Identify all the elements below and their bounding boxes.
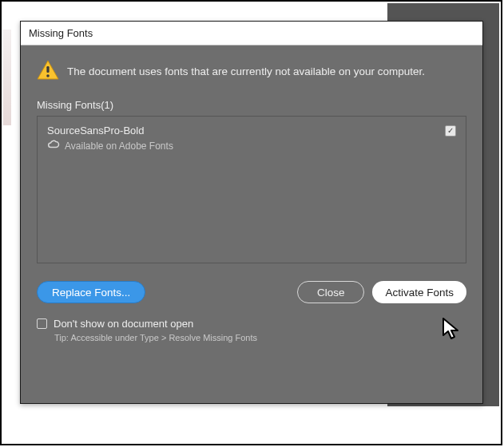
dialog-content: The document uses fonts that are current… [21,45,482,357]
font-checkbox[interactable]: ✓ [445,125,456,136]
svg-point-1 [46,74,50,77]
warning-row: The document uses fonts that are current… [37,60,466,83]
warning-icon [37,60,59,83]
font-name: SourceSansPro-Bold [47,125,144,136]
font-availability-text: Available on Adobe Fonts [65,140,173,152]
font-availability-row: Available on Adobe Fonts [47,140,456,152]
app-background: Missing Fonts The document uses fonts th… [0,0,502,445]
bg-document-edge [3,30,11,125]
creative-cloud-icon [47,140,60,152]
missing-fonts-list: SourceSansPro-Bold ✓ Available on Adobe … [37,116,466,263]
svg-rect-0 [46,66,49,73]
missing-fonts-dialog: Missing Fonts The document uses fonts th… [20,21,483,404]
replace-fonts-button[interactable]: Replace Fonts... [37,281,145,303]
missing-fonts-label: Missing Fonts(1) [37,99,466,111]
dialog-title: Missing Fonts [29,27,93,39]
dialog-titlebar: Missing Fonts [21,22,482,45]
tip-text: Tip: Accessible under Type > Resolve Mis… [54,333,466,342]
font-name-row: SourceSansPro-Bold ✓ [47,125,456,136]
warning-text: The document uses fonts that are current… [67,65,425,77]
font-entry: SourceSansPro-Bold ✓ Available on Adobe … [47,125,456,152]
dont-show-row: Don't show on document open [37,318,466,330]
close-button[interactable]: Close [297,281,365,303]
activate-fonts-button[interactable]: Activate Fonts [372,281,466,303]
button-row: Replace Fonts... Close Activate Fonts [37,281,466,303]
dont-show-label: Don't show on document open [54,318,193,330]
dont-show-checkbox[interactable] [37,318,47,329]
